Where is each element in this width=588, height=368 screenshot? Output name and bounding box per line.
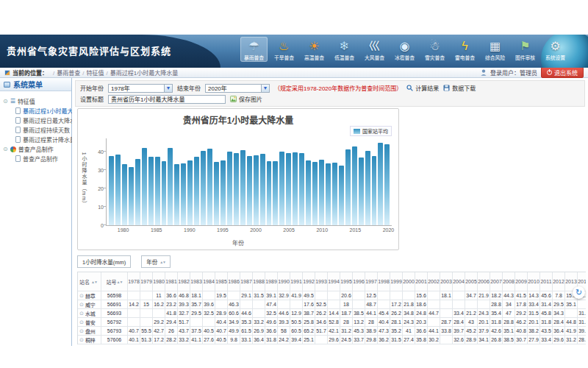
nav-item-暴雨普查[interactable]: ☂暴雨普查	[240, 37, 268, 62]
nav-item-综合风险[interactable]: ▦综合风险	[481, 37, 509, 62]
start-year-select[interactable]: 1978年 ▼	[108, 84, 173, 93]
snow-icon: ☃	[421, 38, 448, 54]
x-tick-label: 2010	[316, 227, 328, 233]
sidebar-group-特征值[interactable]: ⊙☰特征值	[3, 96, 70, 106]
low-temp-icon: ❄	[331, 38, 358, 54]
column-header-station[interactable]: 站名▲▼	[78, 272, 101, 291]
value-cell: 58	[278, 327, 290, 336]
column-header-year: 1979	[140, 272, 153, 291]
value-cell: 20.1	[478, 318, 490, 327]
expand-row-icon[interactable]: ⊙	[79, 293, 84, 299]
column-header-station-id[interactable]: 站号▲▼	[101, 272, 128, 291]
value-cell	[378, 300, 390, 309]
value-cell: 15	[140, 300, 153, 309]
download-button[interactable]: 数据下载	[443, 84, 476, 92]
sidebar-title: 系统菜单	[13, 79, 43, 90]
value-cell: 61.5	[240, 327, 253, 336]
value-cell: 18.2	[490, 291, 503, 300]
nav-item-大风普查[interactable]: 巛大风普查	[361, 37, 388, 62]
expand-row-icon[interactable]: ⊙	[79, 311, 84, 316]
nav-item-label: 干旱普查	[273, 55, 295, 61]
nav-item-雷电普查[interactable]: ϟ雷电普查	[451, 37, 478, 62]
station-name-cell: ⊙普安	[78, 318, 101, 327]
value-cell: 17.2	[153, 336, 165, 344]
value-cell: 30.7	[515, 336, 528, 344]
collapse-icon[interactable]: ⊙	[3, 146, 8, 152]
column-header-year: 2010	[528, 272, 540, 291]
value-cell: 46.2	[515, 318, 528, 327]
sidebar-item-暴雨过程累计降水量[interactable]: 暴雨过程累计降水量	[3, 135, 70, 144]
breadcrumb-item[interactable]: 特征值	[86, 70, 104, 77]
value-cell: 49.5	[303, 291, 315, 300]
rainstorm-icon: ☂	[240, 38, 268, 54]
chart-bar	[279, 152, 284, 225]
breadcrumb-item[interactable]: 暴雨过程1小时最大降水量	[110, 70, 178, 77]
sidebar-item-普查产品制作[interactable]: 普查产品制作	[3, 154, 70, 163]
value-cell: 18.7	[340, 309, 353, 318]
value-cell: 28.4	[553, 318, 565, 327]
value-cell: 42.6	[490, 327, 503, 336]
value-cell	[565, 309, 578, 318]
chart-legend[interactable]: 国家站平均	[350, 126, 392, 136]
expand-row-icon[interactable]: ⊙	[79, 328, 84, 334]
logout-button[interactable]: 退出系统	[541, 67, 584, 78]
nav-item-雪灾普查[interactable]: ☃雪灾普查	[421, 37, 448, 62]
value-cell: 39.6	[203, 300, 215, 309]
sidebar-item-暴雨过程1小时最大降水量[interactable]: 暴雨过程1小时最大降水量	[3, 106, 70, 116]
sidebar: 系统菜单 ⊙☰特征值暴雨过程1小时最大降水量暴雨过程日最大降水量暴雨过程持续天数…	[0, 78, 72, 346]
nav-item-label: 综合风险	[484, 55, 506, 61]
value-cell: 29.4	[165, 318, 178, 327]
calculate-button[interactable]: 计算结果	[406, 84, 439, 92]
station-id-cell: 56792	[101, 318, 128, 327]
value-cell: 47	[503, 309, 515, 318]
measure-chip[interactable]: 1小时降水量(mm)	[77, 255, 131, 268]
value-cell: 9.8	[228, 336, 240, 344]
floating-refresh-button[interactable]: ↻	[573, 286, 585, 299]
chart-bar	[293, 152, 298, 225]
nav-item-低温普查[interactable]: ❄低温普查	[331, 37, 358, 62]
measure-chip-label: 1小时降水量(mm)	[82, 258, 126, 266]
expand-row-icon[interactable]: ⊙	[79, 302, 84, 308]
chart-bar	[201, 151, 206, 225]
chart-title-input[interactable]	[108, 95, 226, 104]
year-sort-chip[interactable]: 年份 ▲▼	[141, 255, 171, 268]
nav-item-高温普查[interactable]: ☀高温普查	[301, 37, 328, 62]
chart-bar	[273, 161, 278, 225]
value-cell: 44.3	[503, 291, 515, 300]
value-cell: 40.1	[128, 336, 140, 344]
composite-risk-icon: ▦	[481, 38, 509, 54]
save-image-button[interactable]: 保存图片	[230, 95, 262, 103]
x-tick-label: 2000	[250, 227, 262, 233]
nav-item-冰雹普查[interactable]: ◉冰雹普查	[391, 37, 418, 62]
nav-item-系统设置[interactable]: ⚙系统设置	[542, 37, 569, 62]
value-cell: 17.2	[390, 300, 403, 309]
expand-row-icon[interactable]: ⊙	[79, 337, 84, 343]
expand-row-icon[interactable]: ⊙	[79, 319, 84, 325]
value-cell	[328, 291, 340, 300]
value-cell	[253, 309, 265, 318]
wind-icon: 巛	[361, 38, 388, 54]
value-cell	[278, 300, 290, 309]
sidebar-group-普查产品制作[interactable]: ⊙普查产品制作	[3, 144, 70, 154]
value-cell: 40.5	[203, 327, 215, 336]
value-cell: 31.9	[578, 309, 586, 318]
chart-bar	[359, 158, 364, 225]
sidebar-item-暴雨过程持续天数[interactable]: 暴雨过程持续天数	[3, 125, 70, 135]
nav-item-图件审核[interactable]: ⚑图件审核	[512, 37, 539, 62]
value-cell: 24.3	[403, 318, 415, 327]
value-cell: 18.6	[415, 300, 428, 309]
sidebar-item-暴雨过程日最大降水量[interactable]: 暴雨过程日最大降水量	[3, 116, 70, 125]
breadcrumb-item[interactable]: 暴雨普查	[57, 70, 80, 77]
collapse-icon[interactable]: ⊙	[3, 98, 8, 105]
value-cell: 32.7	[178, 309, 190, 318]
nav-item-干旱普查[interactable]: ♨干旱普查	[270, 37, 298, 62]
station-name-cell: ⊙桐梓	[78, 336, 101, 344]
end-year-select[interactable]: 2020年 ▼	[205, 84, 270, 93]
value-cell: 24.3	[478, 309, 490, 318]
value-cell: 28.8	[490, 300, 503, 309]
value-cell: 31.2	[340, 327, 353, 336]
value-cell: 31.5	[528, 309, 540, 318]
value-cell: 31.5	[253, 291, 265, 300]
value-cell: 34.3	[553, 309, 565, 318]
y-tick-mark	[104, 151, 107, 152]
